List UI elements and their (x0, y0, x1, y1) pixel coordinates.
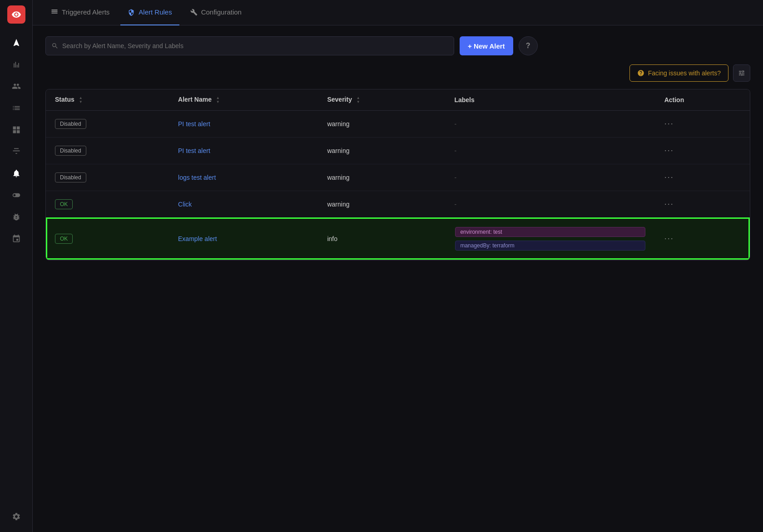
action-menu-button[interactable]: ··· (664, 199, 674, 208)
sidebar-item-filter[interactable] (6, 142, 26, 162)
alert-name-link[interactable]: Example alert (178, 235, 217, 242)
alert-name-link[interactable]: logs test alert (178, 174, 216, 181)
sidebar-item-analytics[interactable] (6, 54, 26, 74)
action-menu-button[interactable]: ··· (664, 146, 674, 155)
action-menu-button[interactable]: ··· (664, 119, 674, 128)
col-action: Action (655, 89, 750, 110)
col-alert-name[interactable]: Alert Name ▲▼ (169, 89, 318, 110)
search-input[interactable] (62, 42, 448, 49)
alert-name-link[interactable]: PI test alert (178, 147, 210, 154)
issues-banner[interactable]: Facing issues with alerts? (629, 64, 728, 82)
cell-labels: environment: testmanagedBy: terraform (445, 217, 655, 260)
cell-alert-name: PI test alert (169, 137, 318, 164)
sidebar-item-settings[interactable] (6, 507, 26, 527)
sidebar-item-deploy[interactable] (6, 33, 26, 53)
cell-alert-name: logs test alert (169, 164, 318, 191)
cell-labels: - (445, 110, 655, 137)
new-alert-button[interactable]: + New Alert (460, 36, 513, 55)
cell-status: Disabled (46, 137, 169, 164)
table-row: DisabledPI test alertwarning-··· (46, 137, 750, 164)
alerts-table-wrapper: Status ▲▼ Alert Name ▲▼ Seve (45, 89, 750, 261)
svg-rect-0 (51, 10, 57, 10)
top-tabs: Triggered Alerts Alert Rules Configurati… (33, 0, 763, 25)
alert-name-link[interactable]: PI test alert (178, 120, 210, 128)
status-badge: OK (55, 199, 73, 209)
cell-severity: warning (318, 164, 445, 191)
alerts-table: Status ▲▼ Alert Name ▲▼ Seve (46, 89, 750, 260)
cell-severity: warning (318, 191, 445, 217)
filter-button[interactable] (733, 64, 750, 82)
col-severity[interactable]: Severity ▲▼ (318, 89, 445, 110)
action-menu-button[interactable]: ··· (664, 172, 674, 182)
sidebar-item-debug[interactable] (6, 207, 26, 227)
cell-status: Disabled (46, 164, 169, 191)
cell-severity: info (318, 217, 445, 260)
table-row: Disabledlogs test alertwarning-··· (46, 164, 750, 191)
cell-labels: - (445, 191, 655, 217)
cell-status: Disabled (46, 110, 169, 137)
tab-alert-rules[interactable]: Alert Rules (120, 0, 179, 25)
sidebar-item-grid[interactable] (6, 120, 26, 140)
main-content: Triggered Alerts Alert Rules Configurati… (33, 0, 763, 532)
cell-action: ··· (655, 137, 750, 164)
tab-triggered-alerts[interactable]: Triggered Alerts (44, 0, 117, 25)
tab-configuration[interactable]: Configuration (183, 0, 249, 25)
sidebar-item-flow[interactable] (6, 229, 26, 249)
svg-rect-2 (51, 12, 57, 13)
cell-action: ··· (655, 191, 750, 217)
cell-labels: - (445, 164, 655, 191)
status-badge: OK (55, 234, 73, 244)
col-labels: Labels (445, 89, 655, 110)
table-row: OKExample alertinfoenvironment: testmana… (46, 217, 750, 260)
label-tag: managedBy: terraform (455, 241, 645, 251)
help-button[interactable]: ? (519, 36, 538, 55)
col-status[interactable]: Status ▲▼ (46, 89, 169, 110)
sort-alertname-icon[interactable]: ▲▼ (216, 96, 220, 104)
cell-labels: - (445, 137, 655, 164)
svg-rect-1 (51, 11, 57, 12)
search-box[interactable] (45, 36, 454, 55)
table-header-row: Status ▲▼ Alert Name ▲▼ Seve (46, 89, 750, 110)
sidebar-item-alerts[interactable] (6, 163, 26, 183)
status-badge: Disabled (55, 119, 86, 129)
cell-alert-name: PI test alert (169, 110, 318, 137)
app-logo[interactable] (7, 5, 25, 24)
toolbar: + New Alert ? (45, 36, 750, 55)
sort-status-icon[interactable]: ▲▼ (79, 96, 83, 104)
status-badge: Disabled (55, 172, 86, 182)
cell-status: OK (46, 217, 169, 260)
cell-severity: warning (318, 110, 445, 137)
content-area: + New Alert ? Facing issues with alerts? (33, 25, 763, 532)
cell-alert-name: Click (169, 191, 318, 217)
alert-name-link[interactable]: Click (178, 201, 192, 208)
sidebar-item-users[interactable] (6, 76, 26, 96)
cell-action: ··· (655, 164, 750, 191)
sidebar-item-integrations[interactable] (6, 185, 26, 205)
sidebar (0, 0, 33, 532)
cell-action: ··· (655, 110, 750, 137)
action-menu-button[interactable]: ··· (664, 234, 674, 243)
status-badge: Disabled (55, 146, 86, 156)
sidebar-item-logs[interactable] (6, 98, 26, 118)
table-row: DisabledPI test alertwarning-··· (46, 110, 750, 137)
cell-severity: warning (318, 137, 445, 164)
cell-status: OK (46, 191, 169, 217)
label-tag: environment: test (455, 227, 645, 237)
table-row: OKClickwarning-··· (46, 191, 750, 217)
cell-action: ··· (655, 217, 750, 260)
sort-severity-icon[interactable]: ▲▼ (357, 96, 360, 104)
cell-alert-name: Example alert (169, 217, 318, 260)
issues-row: Facing issues with alerts? (45, 64, 750, 82)
